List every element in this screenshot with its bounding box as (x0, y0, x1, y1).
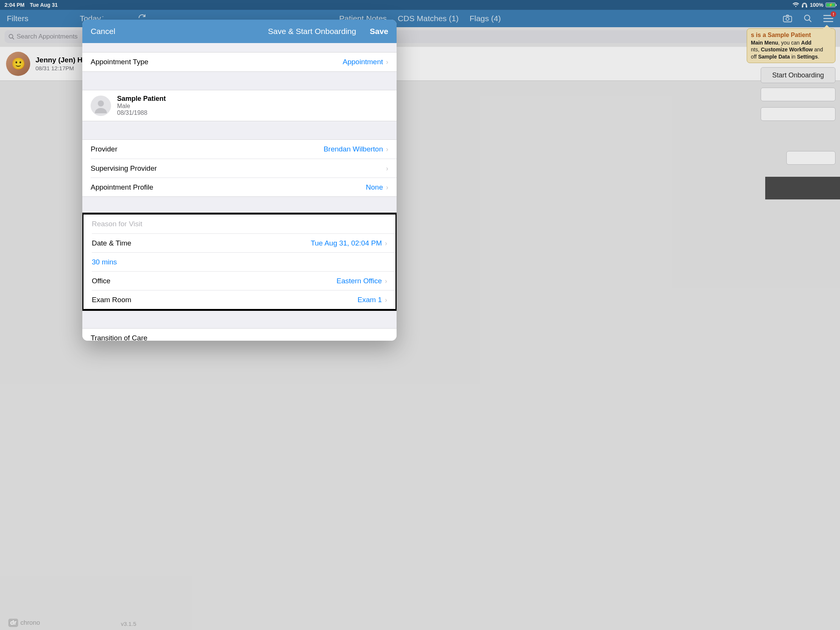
modal-patient-dob: 08/31/1988 (117, 109, 166, 116)
chevron-right-icon: › (386, 58, 388, 65)
row-date-time[interactable]: Date & Time Tue Aug 31, 02:04 PM › (92, 234, 395, 252)
chevron-right-icon: › (386, 165, 388, 172)
row-appointment-profile[interactable]: Appointment Profile None › (91, 177, 396, 196)
highlighted-section: Reason for Visit Date & Time Tue Aug 31,… (82, 213, 396, 311)
save-start-onboarding-button[interactable]: Save & Start Onboarding (268, 27, 356, 36)
modal-patient-name: Sample Patient (117, 95, 166, 103)
row-office[interactable]: Office Eastern Office › (92, 271, 395, 290)
avatar-placeholder-icon (91, 96, 111, 116)
row-provider[interactable]: Provider Brendan Wilberton › (82, 140, 396, 159)
save-button[interactable]: Save (370, 27, 388, 36)
row-supervising-provider[interactable]: Supervising Provider › (91, 159, 396, 177)
row-reason-for-visit[interactable]: Reason for Visit (84, 215, 395, 234)
chevron-right-icon: › (385, 278, 387, 284)
chevron-right-icon: › (386, 184, 388, 191)
row-transition-of-care[interactable]: Transition of Care (82, 328, 396, 341)
chevron-right-icon: › (386, 146, 388, 153)
chevron-right-icon: › (385, 297, 387, 303)
patient-block[interactable]: Sample Patient Male 08/31/1988 (82, 90, 396, 121)
chevron-right-icon: › (385, 240, 387, 246)
row-duration[interactable]: 30 mins (92, 252, 395, 271)
row-exam-room[interactable]: Exam Room Exam 1 › (92, 290, 395, 309)
row-appointment-type[interactable]: Appointment Type Appointment › (82, 52, 396, 71)
modal-header: Cancel Save & Start Onboarding Save (82, 20, 396, 43)
appointment-modal: Cancel Save & Start Onboarding Save Appo… (82, 20, 396, 341)
svg-point-6 (98, 101, 104, 106)
cancel-button[interactable]: Cancel (91, 27, 115, 36)
modal-patient-gender: Male (117, 103, 166, 109)
